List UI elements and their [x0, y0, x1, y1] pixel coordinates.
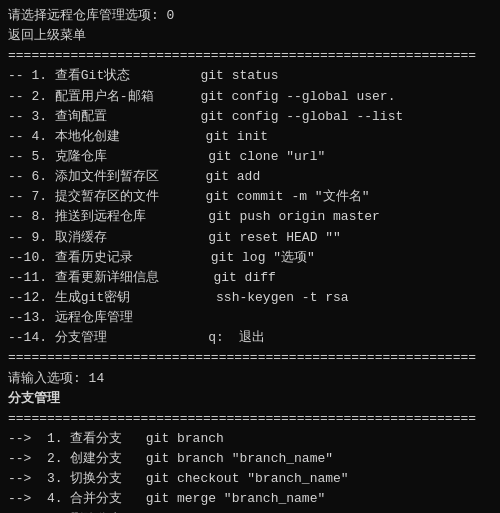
- branch-item-5: --> 5. 删除分支 git branch -d "branch_name": [8, 510, 492, 513]
- terminal: 请选择远程仓库管理选项: 0 返回上级菜单 ==================…: [0, 0, 500, 513]
- menu-item-13: --13. 远程仓库管理: [8, 308, 492, 328]
- menu-item-14: --14. 分支管理 q: 退出: [8, 328, 492, 348]
- branch-item-3: --> 3. 切换分支 git checkout "branch_name": [8, 469, 492, 489]
- menu-item-9: -- 9. 取消缓存 git reset HEAD "": [8, 228, 492, 248]
- menu-item-5: -- 5. 克隆仓库 git clone "url": [8, 147, 492, 167]
- branch-item-4: --> 4. 合并分支 git merge "branch_name": [8, 489, 492, 509]
- branch-item-2: --> 2. 创建分支 git branch "branch_name": [8, 449, 492, 469]
- menu-item-12: --12. 生成git密钥 ssh-keygen -t rsa: [8, 288, 492, 308]
- separator-top: ========================================…: [8, 46, 492, 66]
- menu-item-6: -- 6. 添加文件到暂存区 git add: [8, 167, 492, 187]
- menu-item-7: -- 7. 提交暂存区的文件 git commit -m "文件名": [8, 187, 492, 207]
- menu-item-8: -- 8. 推送到远程仓库 git push origin master: [8, 207, 492, 227]
- menu-item-11: --11. 查看更新详细信息 git diff: [8, 268, 492, 288]
- input-selection-line: 请输入选项: 14: [8, 369, 492, 389]
- menu-item-4: -- 4. 本地化创建 git init: [8, 127, 492, 147]
- menu-item-1: -- 1. 查看Git状态 git status: [8, 66, 492, 86]
- menu-item-10: --10. 查看历史记录 git log "选项": [8, 248, 492, 268]
- branch-item-1: --> 1. 查看分支 git branch: [8, 429, 492, 449]
- menu-item-2: -- 2. 配置用户名-邮箱 git config --global user.: [8, 87, 492, 107]
- back-line: 返回上级菜单: [8, 26, 492, 46]
- menu-item-3: -- 3. 查询配置 git config --global --list: [8, 107, 492, 127]
- section-title-branch: 分支管理: [8, 389, 492, 409]
- separator-branch-top: ========================================…: [8, 409, 492, 429]
- remote-prompt-line: 请选择远程仓库管理选项: 0: [8, 6, 492, 26]
- separator-mid: ========================================…: [8, 348, 492, 368]
